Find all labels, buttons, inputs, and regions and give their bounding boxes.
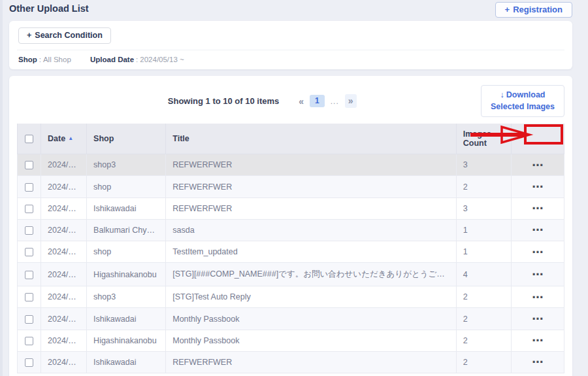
- row-actions-button[interactable]: ⋯: [525, 311, 549, 327]
- column-header-date[interactable]: Date▲: [41, 124, 87, 154]
- table-row: 2024/06/03 Balkumari Chyaa Ghar sasda 1 …: [18, 219, 564, 241]
- cell-images-count: 1: [456, 219, 511, 241]
- row-actions-button[interactable]: ⋯: [525, 289, 549, 305]
- cell-date: 2024/06/03: [41, 286, 87, 308]
- table-row: 2024/06/03 shop TestItem_updated 1 ⋯: [18, 241, 564, 263]
- cell-title: REFWERFWER: [166, 197, 457, 219]
- table-footer: Showing 1 to 10 of 10 items « 1 ... »: [17, 373, 564, 376]
- cell-date: 2024/06/03: [41, 219, 87, 241]
- cell-shop: Ishikawadai: [87, 351, 166, 373]
- row-checkbox[interactable]: [25, 161, 33, 169]
- page-header: Other Upload List +Registration: [9, 0, 572, 21]
- cell-shop: shop: [87, 176, 166, 197]
- table-row: 2024/06/03 shop3 [STG]Test Auto Reply 2 …: [18, 286, 564, 308]
- filter-summary: Shop:All Shop Upload Date:2024/05/13 ~: [18, 56, 563, 63]
- filter-upload-date-label: Upload Date: [90, 56, 134, 63]
- cell-images-count: 2: [456, 176, 511, 197]
- plus-icon: +: [505, 5, 510, 14]
- row-checkbox[interactable]: [25, 315, 33, 324]
- colon: :: [39, 56, 41, 63]
- table-row: 2024/05/23 Ishikawadai REFWERFWER 2 ⋯: [18, 351, 564, 373]
- select-all-checkbox[interactable]: [25, 135, 33, 143]
- table-row: 2024/06/03 Higashinakanobu [STG][###COMP…: [18, 263, 564, 286]
- column-header-shop: Shop: [87, 124, 166, 154]
- cell-images-count: 2: [456, 351, 511, 373]
- registration-button-label: Registration: [513, 5, 563, 14]
- cell-shop: Balkumari Chyaa Ghar: [87, 219, 166, 241]
- page-title: Other Upload List: [9, 2, 89, 14]
- cell-title: REFWERFWER: [166, 154, 457, 176]
- cell-shop: Ishikawadai: [87, 197, 166, 219]
- row-checkbox[interactable]: [25, 205, 33, 213]
- cell-title: Monthly Passbook: [166, 308, 457, 330]
- pagination-next-button[interactable]: »: [345, 94, 357, 108]
- download-button-line1: Download: [506, 90, 546, 99]
- pagination-ellipsis: ...: [331, 97, 339, 106]
- row-checkbox[interactable]: [25, 293, 33, 301]
- cell-date: 2024/05/23: [41, 351, 87, 373]
- cell-date: 2024/06/03: [41, 241, 87, 263]
- column-header-images-count: Images Count: [456, 124, 511, 154]
- row-checkbox[interactable]: [25, 271, 33, 279]
- cell-images-count: 1: [456, 241, 511, 263]
- table-row: 2024/06/07 shop REFWERFWER 2 ⋯: [18, 176, 564, 197]
- search-condition-button-label: Search Condition: [35, 31, 102, 40]
- column-header-actions: [511, 124, 564, 154]
- cell-title: TestItem_updated: [166, 241, 457, 263]
- upload-list-panel: Showing 1 to 10 of 10 items « 1 ... » ↓D…: [9, 76, 572, 376]
- cell-title: sasda: [166, 219, 457, 241]
- row-actions-button[interactable]: ⋯: [525, 179, 549, 195]
- cell-title: REFWERFWER: [166, 351, 457, 373]
- row-checkbox[interactable]: [25, 248, 33, 256]
- row-checkbox[interactable]: [25, 183, 33, 192]
- cell-images-count: 4: [456, 263, 511, 286]
- download-icon: ↓: [500, 90, 504, 99]
- table-toolbar: Showing 1 to 10 of 10 items « 1 ... » ↓D…: [17, 85, 564, 117]
- cell-date: 2024/06/07: [41, 176, 87, 197]
- pagination-next-icon: »: [348, 95, 353, 106]
- download-button-line2: Selected Images: [491, 102, 555, 111]
- filter-upload-date-value: 2024/05/13 ~: [140, 56, 184, 63]
- row-actions-button[interactable]: ⋯: [525, 244, 549, 260]
- row-checkbox[interactable]: [25, 337, 33, 345]
- cell-shop: shop: [87, 241, 166, 263]
- sort-ascending-icon: ▲: [68, 135, 73, 141]
- registration-button[interactable]: +Registration: [495, 2, 572, 18]
- cell-date: 2024/06/06: [41, 197, 87, 219]
- cell-images-count: 2: [456, 286, 511, 308]
- search-condition-button[interactable]: +Search Condition: [18, 27, 111, 44]
- cell-images-count: 3: [456, 154, 511, 176]
- cell-date: 2024/06/03: [41, 263, 87, 286]
- pagination-page-1[interactable]: 1: [310, 95, 325, 107]
- cell-date: 2024/06/11: [41, 154, 87, 176]
- row-actions-button[interactable]: ⋯: [525, 200, 549, 216]
- cell-title: [STG][###COMP_NAME###]です。お問い合わせいただきありがとう…: [166, 263, 457, 286]
- filter-shop-value: All Shop: [43, 56, 71, 63]
- cell-shop: shop3: [87, 286, 166, 308]
- column-header-title: Title: [166, 124, 457, 154]
- cell-title: [STG]Test Auto Reply: [166, 286, 457, 308]
- column-header-date-label: Date: [48, 134, 65, 143]
- pagination-top: « 1 ... »: [299, 94, 356, 108]
- cell-images-count: 3: [456, 197, 511, 219]
- row-actions-button[interactable]: ⋯: [525, 157, 549, 173]
- row-actions-button[interactable]: ⋯: [525, 222, 549, 238]
- cell-shop: shop3: [87, 154, 166, 176]
- row-actions-button[interactable]: ⋯: [525, 266, 549, 282]
- plus-icon: +: [27, 31, 31, 40]
- row-actions-button[interactable]: ⋯: [525, 354, 549, 370]
- cell-title: Monthly Passbook: [166, 330, 457, 351]
- colon: :: [136, 56, 138, 63]
- row-actions-button[interactable]: ⋯: [525, 332, 549, 349]
- cell-shop: Ishikawadai: [87, 308, 166, 330]
- filter-shop-label: Shop: [18, 56, 37, 63]
- row-checkbox[interactable]: [25, 226, 33, 235]
- divider: [17, 50, 564, 50]
- cell-title: REFWERFWER: [166, 176, 457, 197]
- row-checkbox[interactable]: [25, 358, 33, 367]
- table-row: 2024/06/11 shop3 REFWERFWER 3 ⋯: [18, 154, 564, 176]
- cell-date: 2024/06/01: [41, 330, 87, 351]
- pagination-prev-icon[interactable]: «: [299, 96, 304, 107]
- download-selected-images-button[interactable]: ↓Download Selected Images: [481, 85, 564, 117]
- cell-shop: Higashinakanobu: [87, 330, 166, 351]
